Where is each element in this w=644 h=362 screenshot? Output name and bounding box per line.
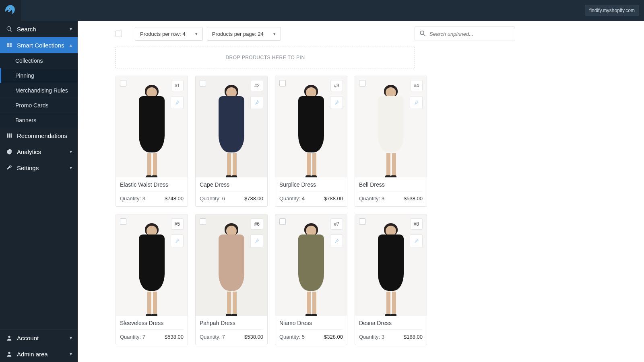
products-per-page-select[interactable]: Products per page: 24 ▾ — [207, 27, 281, 41]
product-card[interactable]: #5 Sleeveless Dress Quantity: 7 $538.00 — [116, 214, 188, 345]
product-card[interactable]: #6 Pahpah Dress Quantity: 7 $538.00 — [195, 214, 268, 345]
product-price: $788.00 — [244, 195, 263, 202]
sidebar-item-settings[interactable]: Settings ▾ — [0, 160, 78, 176]
search-icon — [419, 30, 426, 38]
products-per-row-select[interactable]: Products per row: 4 ▾ — [135, 27, 203, 41]
pin-button[interactable] — [250, 96, 263, 109]
product-image: #1 — [116, 76, 188, 177]
svg-point-11 — [420, 31, 424, 35]
chevron-down-icon: ▾ — [70, 351, 72, 357]
product-checkbox[interactable] — [120, 218, 126, 225]
columns-icon — [6, 132, 13, 139]
search-unpinned-box[interactable] — [415, 27, 515, 41]
pin-dropzone[interactable]: DROP PRODUCTS HERE TO PIN — [116, 47, 415, 68]
sidebar-submenu-smart-collections: Collections Pinning Merchandising Rules … — [0, 53, 78, 128]
svg-point-10 — [8, 352, 10, 354]
pin-button[interactable] — [171, 96, 184, 109]
sidebar-item-label: Smart Collections — [17, 42, 64, 49]
product-checkbox[interactable] — [359, 80, 365, 86]
product-title: Pahpah Dress — [200, 320, 263, 326]
chevron-down-icon: ▾ — [70, 335, 72, 341]
store-url-badge[interactable]: findify.myshopify.com — [585, 5, 639, 16]
select-all-checkbox[interactable] — [116, 31, 122, 37]
product-card[interactable]: #7 Niamo Dress Quantity: 5 $328.00 — [275, 214, 347, 345]
product-card[interactable]: #3 Surplice Dress Quantity: 4 $788.00 — [275, 76, 347, 207]
product-quantity: Quantity: 3 — [359, 334, 384, 340]
product-figure — [213, 85, 250, 177]
chevron-down-icon: ▾ — [70, 149, 72, 154]
pin-button[interactable] — [330, 234, 343, 247]
product-rank-badge: #4 — [410, 80, 423, 91]
pin-button[interactable] — [250, 234, 263, 247]
sidebar-subitem-merchandising-rules[interactable]: Merchandising Rules — [0, 83, 78, 98]
product-rank-badge: #2 — [251, 80, 263, 91]
product-rank-badge: #1 — [171, 80, 184, 91]
product-image: #4 — [355, 76, 427, 177]
product-quantity: Quantity: 5 — [279, 334, 305, 340]
product-price: $538.00 — [165, 334, 184, 340]
product-checkbox[interactable] — [200, 218, 206, 225]
product-image: #3 — [275, 76, 347, 177]
product-image: #7 — [275, 214, 347, 316]
product-body: Pahpah Dress Quantity: 7 $538.00 — [196, 316, 267, 345]
sidebar-item-label: Recommendations — [17, 132, 67, 139]
sidebar: Search ▾ Smart Collections ▴ Collections… — [0, 21, 78, 362]
sidebar-item-analytics[interactable]: Analytics ▾ — [0, 144, 78, 160]
product-title: Elastic Waist Dress — [120, 181, 184, 188]
pin-button[interactable] — [330, 96, 343, 109]
product-figure — [293, 85, 329, 177]
sidebar-item-label: Search — [17, 26, 36, 33]
product-checkbox[interactable] — [279, 218, 286, 225]
product-figure — [213, 223, 250, 316]
product-figure — [134, 223, 170, 316]
product-image: #6 — [196, 214, 267, 316]
pin-icon — [413, 238, 419, 244]
pin-icon — [174, 100, 180, 105]
sidebar-item-label: Admin area — [17, 351, 48, 358]
pie-chart-icon — [6, 148, 13, 155]
product-card[interactable]: #2 Cape Dress Quantity: 6 $788.00 — [195, 76, 268, 207]
sidebar-item-account[interactable]: Account ▾ — [0, 330, 78, 346]
pin-button[interactable] — [171, 234, 184, 247]
product-body: Surplice Dress Quantity: 4 $788.00 — [275, 177, 347, 206]
product-checkbox[interactable] — [200, 80, 206, 86]
product-checkbox[interactable] — [359, 218, 365, 225]
product-body: Cape Dress Quantity: 6 $788.00 — [196, 177, 267, 206]
pin-button[interactable] — [410, 234, 423, 247]
svg-line-12 — [423, 34, 425, 36]
wrench-icon — [6, 165, 13, 171]
svg-point-9 — [8, 336, 10, 338]
product-rank-badge: #7 — [330, 218, 343, 230]
product-quantity: Quantity: 4 — [279, 195, 305, 202]
product-title: Desna Dress — [359, 320, 423, 326]
sidebar-subitem-collections[interactable]: Collections — [0, 53, 78, 68]
product-quantity: Quantity: 7 — [200, 334, 225, 340]
sidebar-item-recommendations[interactable]: Recommendations — [0, 128, 78, 144]
product-rank-badge: #3 — [330, 80, 343, 91]
svg-rect-2 — [7, 43, 9, 45]
product-checkbox[interactable] — [120, 80, 126, 86]
product-body: Elastic Waist Dress Quantity: 3 $748.00 — [116, 177, 188, 206]
product-price: $748.00 — [165, 195, 184, 202]
sidebar-item-smart-collections[interactable]: Smart Collections ▴ — [0, 37, 78, 53]
pin-button[interactable] — [410, 96, 423, 109]
search-icon — [6, 26, 13, 32]
search-input[interactable] — [429, 31, 511, 37]
app-logo[interactable] — [0, 0, 21, 21]
product-checkbox[interactable] — [279, 80, 286, 86]
sidebar-item-search[interactable]: Search ▾ — [0, 21, 78, 37]
sidebar-item-admin-area[interactable]: Admin area ▾ — [0, 346, 78, 362]
chevron-down-icon: ▾ — [70, 165, 72, 171]
select-label: Products per row: 4 — [140, 31, 186, 37]
product-card[interactable]: #4 Bell Dress Quantity: 3 $538.00 — [355, 76, 427, 207]
sidebar-item-label: Account — [17, 335, 39, 341]
product-title: Surplice Dress — [279, 181, 343, 188]
product-grid: #1 Elastic Waist Dress Quantity: 3 $748.… — [116, 76, 644, 345]
product-card[interactable]: #1 Elastic Waist Dress Quantity: 3 $748.… — [116, 76, 188, 207]
sidebar-subitem-banners[interactable]: Banners — [0, 113, 78, 128]
product-card[interactable]: #8 Desna Dress Quantity: 3 $188.00 — [355, 214, 427, 345]
sidebar-subitem-promo-cards[interactable]: Promo Cards — [0, 98, 78, 113]
product-price: $188.00 — [404, 334, 423, 340]
sidebar-subitem-pinning[interactable]: Pinning — [0, 68, 78, 83]
product-figure — [293, 223, 329, 316]
